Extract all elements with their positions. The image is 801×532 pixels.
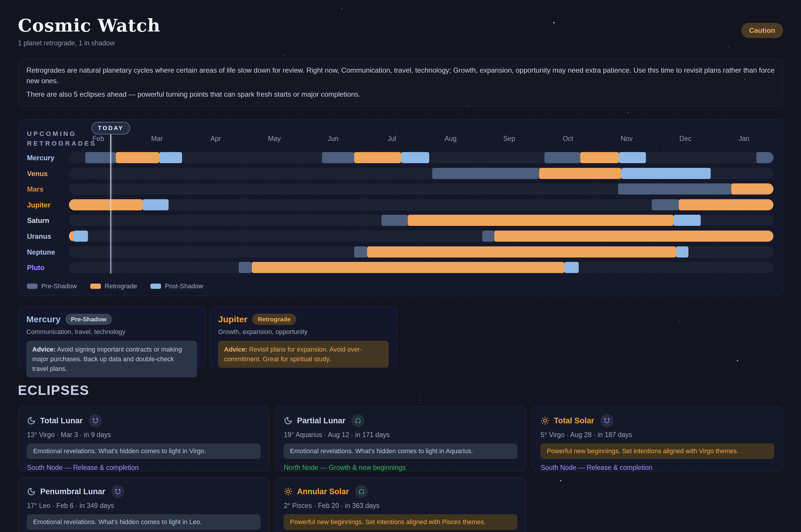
planet-card-title-row: MercuryPre-Shadow	[26, 314, 197, 325]
eclipse-cards-grid: Total Lunar13° Virgo · Mar 3 · in 9 days…	[18, 406, 783, 532]
legend-swatch-post	[150, 284, 161, 289]
sun-icon	[541, 416, 549, 425]
mercury-retro-bar[interactable]	[580, 152, 619, 163]
jupiter-retro-bar[interactable]	[679, 199, 773, 210]
south-node-icon[interactable]	[600, 414, 613, 427]
caution-badge: Caution	[741, 23, 783, 38]
pluto-pre-bar[interactable]	[239, 262, 252, 273]
south-node-icon[interactable]	[89, 414, 102, 427]
timeline-track-uranus	[69, 231, 773, 242]
mercury-pre-bar[interactable]	[757, 152, 773, 163]
page-title: Cosmic Watch	[18, 15, 160, 36]
planet-card-title: Jupiter	[218, 314, 248, 324]
planet-label-saturn: Saturn	[27, 216, 49, 225]
south-node-icon[interactable]	[111, 485, 124, 498]
eclipse-card-title-row: Partial Lunar	[284, 414, 517, 427]
today-marker-pill: TODAY	[91, 122, 130, 134]
north-node-icon[interactable]	[351, 414, 364, 427]
neptune-retro-bar[interactable]	[367, 246, 676, 258]
timeline-track-pluto	[69, 262, 773, 273]
mercury-post-bar[interactable]	[401, 152, 430, 163]
eclipse-card-total-lunar: Total Lunar13° Virgo · Mar 3 · in 9 days…	[18, 406, 270, 471]
timeline-track-mercury	[69, 152, 773, 163]
planet-card-subtitle: Growth, expansion, opportunity	[218, 328, 389, 336]
eclipse-card-description: Powerful new beginnings. Set intentions …	[541, 443, 774, 459]
mercury-retro-bar[interactable]	[116, 152, 159, 163]
eclipse-card-description: Emotional revelations. What's hidden com…	[27, 514, 260, 530]
retrograde-summary-box: Retrogrades are natural planetary cycles…	[18, 58, 783, 106]
saturn-pre-bar[interactable]	[381, 215, 408, 226]
eclipse-card-meta: 5° Virgo · Aug 28 · in 187 days	[541, 431, 774, 439]
eclipse-card-title-row: Total Solar	[541, 414, 774, 427]
venus-retro-bar[interactable]	[539, 168, 621, 179]
planet-label-uranus: Uranus	[27, 232, 51, 241]
jupiter-post-bar[interactable]	[143, 199, 169, 210]
pluto-retro-bar[interactable]	[252, 262, 564, 273]
eclipse-card-title: Partial Lunar	[297, 416, 345, 425]
eclipse-card-total-solar: Total Solar5° Virgo · Aug 28 · in 187 da…	[531, 406, 783, 471]
legend-item-post: Post-Shadow	[150, 282, 203, 290]
retrogrades-timeline-panel: UPCOMING RETROGRADES MercuryVenusMarsJup…	[18, 119, 783, 296]
planet-advice-box: Advice: Avoid signing important contract…	[26, 341, 197, 377]
mercury-post-bar[interactable]	[159, 152, 182, 163]
mercury-pre-bar[interactable]	[544, 152, 580, 163]
today-marker-line	[110, 134, 111, 273]
timeline-track-jupiter	[69, 199, 773, 210]
neptune-post-bar[interactable]	[676, 246, 688, 258]
mercury-post-bar[interactable]	[619, 152, 646, 163]
eclipse-card-node-footer: South Node — Release & completion	[27, 464, 260, 472]
timeline-track-mars	[69, 184, 773, 194]
eclipse-card-meta: 13° Virgo · Mar 3 · in 9 days	[27, 431, 260, 439]
saturn-retro-bar[interactable]	[408, 215, 673, 226]
venus-pre-bar[interactable]	[432, 168, 539, 179]
legend-label: Pre-Shadow	[41, 282, 77, 290]
uranus-retro-bar[interactable]	[69, 231, 73, 242]
jupiter-retro-bar[interactable]	[69, 199, 143, 210]
planet-label-venus: Venus	[27, 170, 48, 178]
uranus-post-bar[interactable]	[73, 231, 88, 242]
eclipse-card-annular-solar: Annular Solar2° Pisces · Feb 20 · in 363…	[275, 477, 526, 532]
north-node-icon[interactable]	[355, 485, 368, 498]
planet-labels: MercuryVenusMarsJupiterSaturnUranusNeptu…	[27, 119, 70, 296]
advice-label: Advice:	[32, 346, 55, 353]
eclipse-card-title-row: Penumbral Lunar	[27, 485, 260, 498]
venus-post-bar[interactable]	[621, 168, 711, 179]
header: Cosmic Watch 1 planet retrograde, 1 in s…	[18, 0, 783, 47]
legend-item-pre: Pre-Shadow	[27, 282, 77, 290]
moon-icon	[284, 416, 293, 425]
timeline-track-venus	[69, 168, 773, 179]
legend-label: Retrograde	[105, 282, 137, 290]
eclipse-card-penumbral-lunar: Penumbral Lunar17° Leo · Feb 6 · in 349 …	[18, 477, 270, 532]
summary-line-2: There are also 5 eclipses ahead — powerf…	[26, 89, 775, 100]
legend-swatch-retro	[90, 284, 101, 289]
eclipse-card-title: Annular Solar	[297, 487, 349, 496]
planet-label-mercury: Mercury	[27, 154, 54, 162]
mars-pre-bar[interactable]	[618, 184, 731, 194]
pluto-post-bar[interactable]	[564, 262, 579, 273]
saturn-post-bar[interactable]	[673, 215, 701, 226]
eclipse-card-description: Emotional revelations. What's hidden com…	[27, 443, 260, 459]
timeline-chart: FebMarAprMayJunJulAugSepOctNovDecJan TOD…	[69, 119, 773, 296]
moon-icon	[27, 487, 36, 496]
mars-retro-bar[interactable]	[731, 184, 773, 194]
eclipse-card-node-footer: South Node — Release & completion	[541, 464, 774, 472]
neptune-pre-bar[interactable]	[354, 246, 367, 258]
mercury-pre-bar[interactable]	[322, 152, 354, 163]
jupiter-pre-bar[interactable]	[652, 199, 679, 210]
moon-icon	[27, 416, 36, 425]
planet-card-title: Mercury	[26, 314, 61, 324]
eclipse-card-title: Total Solar	[554, 416, 594, 425]
planet-label-jupiter: Jupiter	[27, 201, 51, 209]
mercury-retro-bar[interactable]	[354, 152, 401, 163]
planet-status-badge: Pre-Shadow	[66, 314, 112, 325]
planet-card-mercury: MercuryPre-ShadowCommunication, travel, …	[18, 306, 205, 368]
planet-status-cards: MercuryPre-ShadowCommunication, travel, …	[18, 306, 783, 368]
uranus-pre-bar[interactable]	[482, 231, 494, 242]
summary-line-1: Retrogrades are natural planetary cycles…	[26, 65, 775, 86]
header-titles: Cosmic Watch 1 planet retrograde, 1 in s…	[18, 15, 160, 47]
eclipse-card-description: Emotional revelations. What's hidden com…	[284, 443, 517, 459]
planet-advice-box: Advice: Revisit plans for expansion. Avo…	[218, 341, 389, 368]
uranus-retro-bar[interactable]	[494, 231, 773, 242]
timeline-track-neptune	[69, 246, 773, 258]
planet-label-mars: Mars	[27, 185, 43, 193]
